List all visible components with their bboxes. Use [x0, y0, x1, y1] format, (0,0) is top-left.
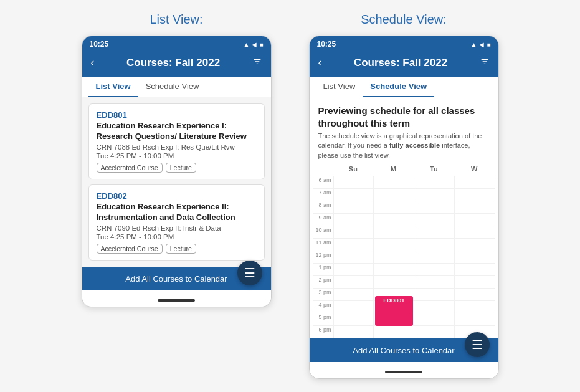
calendar-grid: Su M Tu W 6 am 7 am 8 am 9 am 10 am 11 a…: [310, 164, 498, 338]
tab-list-view-left[interactable]: List View: [88, 77, 138, 97]
tab-schedule-view-left[interactable]: Schedule View: [138, 77, 207, 97]
list-back-button[interactable]: ‹: [91, 56, 95, 69]
cal-row-1pm: 1 pm: [313, 264, 495, 276]
time-8am: 8 am: [313, 201, 333, 213]
course-name-edd801: Education Research Experience I: Researc…: [97, 121, 257, 142]
schedule-add-calendar-button[interactable]: Add All Courses to Calendar: [318, 346, 490, 355]
course-list: EDD801 Education Research Experience I: …: [82, 97, 271, 267]
battery-icon: ■: [259, 41, 263, 48]
schedule-heading: Previewing schedule for all classes thro…: [318, 105, 490, 129]
schedule-status-time: 10:25: [317, 40, 336, 49]
cal-header-m: M: [373, 164, 414, 174]
schedule-tabs-bar: List View Schedule View: [310, 77, 498, 97]
list-view-phone: 10:25 ▲ ◀ ■ ‹ Courses: Fall 2022 List Vi…: [82, 36, 272, 307]
list-add-calendar-button[interactable]: Add All Courses to Calendar: [91, 274, 262, 284]
badge-accelerated-edd802: Accelerated Course: [97, 244, 163, 254]
tab-schedule-view-right[interactable]: Schedule View: [363, 77, 434, 97]
list-filter-button[interactable]: [252, 57, 262, 69]
schedule-view-phone: 10:25 ▲ ◀ ■ ‹ Courses: Fall 2022 List Vi…: [309, 36, 499, 379]
badge-accelerated-edd801: Accelerated Course: [97, 163, 163, 173]
list-bottom-bar: ☰ Add All Courses to Calendar: [82, 267, 271, 290]
signal-icon: ▲: [244, 41, 250, 48]
schedule-info: Previewing schedule for all classes thro…: [310, 97, 498, 164]
badge-lecture-edd802: Lecture: [166, 244, 196, 254]
schedule-fab-button[interactable]: ☰: [465, 332, 490, 357]
cal-row-9am: 9 am: [313, 214, 495, 226]
list-view-title: List View:: [150, 12, 202, 27]
cal-row-2pm: 2 pm: [313, 276, 495, 289]
list-status-bar: 10:25 ▲ ◀ ■: [82, 36, 271, 51]
list-fab-button[interactable]: ☰: [237, 261, 262, 285]
schedule-view-section: Schedule View: 10:25 ▲ ◀ ■ ‹ Courses: Fa…: [309, 12, 499, 379]
time-6pm: 6 pm: [313, 326, 333, 338]
signal-icon-r: ▲: [471, 41, 477, 48]
battery-icon-r: ■: [487, 41, 490, 48]
schedule-status-bar: 10:25 ▲ ◀ ■: [310, 36, 498, 51]
schedule-fab-icon: ☰: [472, 338, 483, 351]
cal-row-12pm: 12 pm: [313, 251, 495, 264]
cal-row-7am: 7 am: [313, 189, 495, 201]
badge-row-edd801: Accelerated Course Lecture: [97, 163, 257, 173]
course-meta2-edd801: Tue 4:25 PM - 10:00 PM: [97, 152, 257, 160]
cal-row-8am: 8 am: [313, 201, 495, 214]
wifi-icon: ◀: [252, 41, 257, 48]
tab-list-view-right[interactable]: List View: [316, 77, 363, 97]
schedule-filter-button[interactable]: [480, 57, 490, 69]
time-10am: 10 am: [313, 226, 333, 238]
cal-header-w: W: [454, 164, 495, 174]
list-view-section: List View: 10:25 ▲ ◀ ■ ‹ Courses: Fall 2…: [82, 12, 272, 307]
list-status-icons: ▲ ◀ ■: [244, 41, 264, 48]
course-meta1-edd802: CRN 7090 Ed Rsch Exp II: Instr & Data: [97, 224, 257, 232]
course-meta2-edd802: Tue 4:25 PM - 10:00 PM: [97, 233, 257, 241]
wifi-icon-r: ◀: [479, 41, 484, 48]
cal-header-tu: Tu: [414, 164, 454, 174]
list-nav-title: Courses: Fall 2022: [126, 57, 220, 69]
time-6am: 6 am: [313, 176, 333, 188]
time-3pm: 3 pm: [313, 289, 333, 300]
time-9am: 9 am: [313, 214, 333, 226]
course-id-edd802[interactable]: EDD802: [97, 191, 257, 201]
cal-row-11am: 11 am: [313, 239, 495, 251]
cal-header-su: Su: [333, 164, 374, 174]
time-12pm: 12 pm: [313, 251, 333, 263]
course-name-edd802: Education Research Experience II: Instru…: [97, 202, 257, 223]
schedule-status-icons: ▲ ◀ ■: [471, 41, 491, 48]
list-fab-icon: ☰: [244, 267, 255, 279]
schedule-back-button[interactable]: ‹: [318, 56, 322, 69]
time-7am: 7 am: [313, 189, 333, 201]
cal-header-empty: [313, 164, 333, 174]
home-indicator-left: [158, 299, 195, 302]
course-card-edd801[interactable]: EDD801 Education Research Experience I: …: [88, 103, 265, 179]
schedule-desc: The schedule view is a graphical represe…: [318, 131, 490, 160]
list-status-time: 10:25: [90, 40, 109, 49]
time-4pm: 4 pm: [313, 301, 333, 313]
course-card-edd802[interactable]: EDD802 Education Research Experience II:…: [88, 184, 265, 261]
schedule-bottom-bar: ☰ Add All Courses to Calendar: [310, 338, 498, 362]
event-edd801[interactable]: EDD801: [375, 296, 413, 326]
calendar-body: 6 am 7 am 8 am 9 am 10 am 11 am 12 pm 1 …: [313, 176, 495, 338]
calendar-header: Su M Tu W: [313, 164, 495, 176]
time-5pm: 5 pm: [313, 313, 333, 325]
time-1pm: 1 pm: [313, 264, 333, 275]
cal-row-10am: 10 am: [313, 226, 495, 239]
list-nav-bar: ‹ Courses: Fall 2022: [82, 51, 271, 77]
home-indicator-right: [385, 371, 422, 373]
course-meta1-edd801: CRN 7088 Ed Rsch Exp I: Res Que/Lit Rvw: [97, 143, 257, 151]
cal-row-6am: 6 am: [313, 176, 495, 189]
schedule-nav-title: Courses: Fall 2022: [354, 57, 447, 69]
badge-lecture-edd801: Lecture: [166, 163, 196, 173]
course-id-edd801[interactable]: EDD801: [97, 110, 257, 120]
time-2pm: 2 pm: [313, 276, 333, 288]
schedule-view-title: Schedule View:: [361, 12, 447, 27]
time-11am: 11 am: [313, 239, 333, 251]
list-tabs-bar: List View Schedule View: [82, 77, 271, 97]
badge-row-edd802: Accelerated Course Lecture: [97, 244, 257, 254]
schedule-nav-bar: ‹ Courses: Fall 2022: [310, 51, 498, 77]
